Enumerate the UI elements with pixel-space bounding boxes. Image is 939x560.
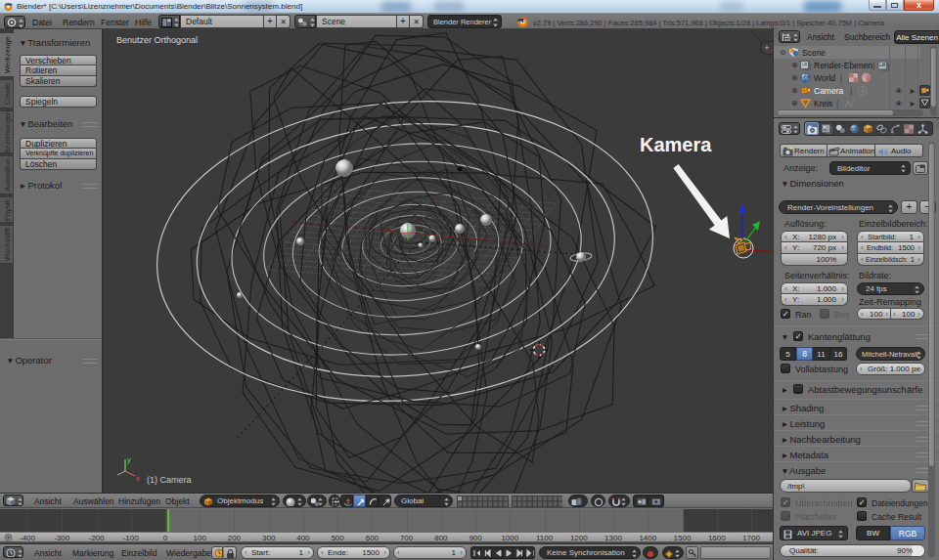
svg-text:y: y bbox=[127, 455, 131, 464]
svg-text:x: x bbox=[136, 474, 140, 483]
svg-text:Kamera: Kamera bbox=[640, 134, 712, 155]
svg-text:Benutzer Orthogonal: Benutzer Orthogonal bbox=[116, 35, 198, 45]
svg-text:(1) Camera: (1) Camera bbox=[147, 475, 192, 485]
